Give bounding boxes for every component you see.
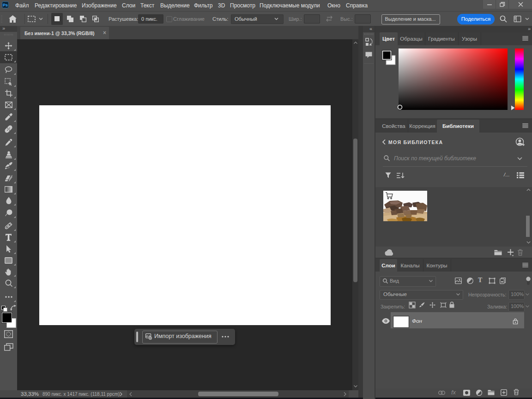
svg-text:Ps: Ps (3, 3, 8, 7)
